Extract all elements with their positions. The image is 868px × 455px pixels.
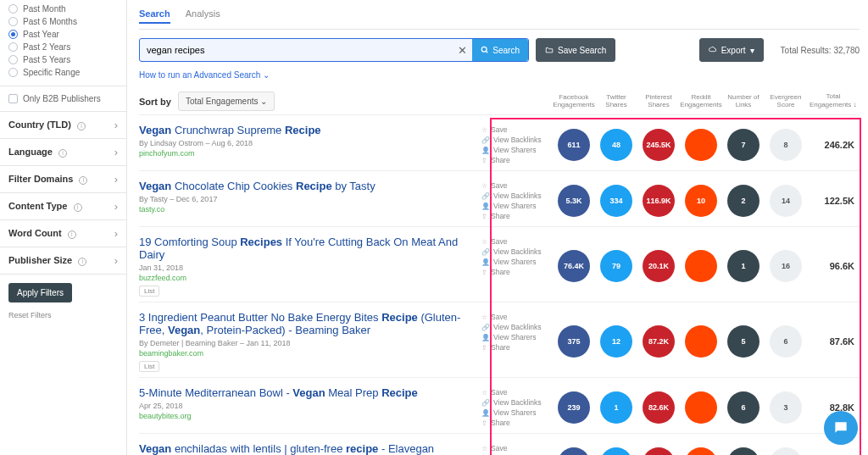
- advanced-search-link[interactable]: How to run an Advanced Search ⌄: [139, 70, 860, 86]
- result-domain[interactable]: buzzfeed.com: [139, 274, 475, 282]
- action-save[interactable]: ☆Save: [481, 236, 553, 247]
- col-reddit[interactable]: Reddit Engagements: [680, 94, 722, 109]
- backlinks-icon: 🔗: [481, 136, 490, 144]
- result-domain[interactable]: beautybites.org: [139, 412, 475, 420]
- chat-widget-button[interactable]: [824, 411, 858, 445]
- action-backlinks[interactable]: 🔗View Backlinks: [481, 397, 553, 408]
- facet-row[interactable]: Country (TLD) i›: [0, 112, 126, 139]
- action-backlinks[interactable]: 🔗View Backlinks: [481, 247, 553, 257]
- action-sharers[interactable]: 👤View Sharers: [481, 408, 553, 418]
- tab-search[interactable]: Search: [139, 5, 170, 24]
- result-actions: ☆Save🔗View Backlinks👤View Sharers⇪Share: [481, 311, 553, 372]
- date-range-option[interactable]: Past 2 Years: [8, 41, 118, 53]
- metric-evergreen: 3: [770, 391, 802, 424]
- metric-twitter: 48: [600, 129, 632, 161]
- action-save[interactable]: ☆Save: [481, 387, 553, 397]
- action-save[interactable]: ☆Save: [481, 125, 553, 135]
- export-button[interactable]: Export ▾: [699, 38, 764, 62]
- action-share[interactable]: ⇪Share: [481, 267, 553, 277]
- col-links[interactable]: Number of Links: [722, 94, 765, 109]
- facet-row[interactable]: Content Type i›: [0, 193, 126, 220]
- metric-total: 246.2K: [807, 140, 860, 150]
- result-title[interactable]: Vegan enchiladas with lentils | gluten-f…: [139, 442, 475, 455]
- date-range-option[interactable]: Past Month: [8, 3, 118, 15]
- date-range-option[interactable]: Past 6 Months: [8, 15, 118, 28]
- sort-select[interactable]: Total Engagements ⌄: [178, 92, 275, 111]
- action-share[interactable]: ⇪Share: [481, 155, 553, 165]
- radio-icon: [8, 42, 18, 52]
- action-sharers[interactable]: 👤View Sharers: [481, 145, 553, 155]
- metric-reddit: [685, 250, 717, 282]
- b2b-checkbox-row[interactable]: Only B2B Publishers: [0, 86, 126, 112]
- share-icon: ⇪: [481, 213, 487, 220]
- result-domain[interactable]: beamingbaker.com: [139, 349, 475, 358]
- save-icon: ☆: [481, 314, 487, 321]
- facet-row[interactable]: Publisher Size i›: [0, 247, 126, 275]
- action-share[interactable]: ⇪Share: [481, 418, 553, 428]
- reset-filters-link[interactable]: Reset Filters: [0, 311, 126, 319]
- result-title[interactable]: 5-Minute Mediterranean Bowl - Vegan Meal…: [139, 386, 475, 399]
- col-facebook[interactable]: Facebook Engagements: [553, 94, 595, 109]
- search-button[interactable]: Search: [472, 39, 528, 61]
- metric-facebook: 375: [558, 325, 590, 358]
- action-backlinks[interactable]: 🔗View Backlinks: [481, 322, 553, 332]
- metric-facebook: 239: [558, 391, 590, 424]
- apply-filters-button[interactable]: Apply Filters: [8, 283, 72, 302]
- chevron-right-icon: ›: [114, 173, 118, 186]
- metric-facebook: 611: [558, 129, 590, 161]
- tab-analysis[interactable]: Analysis: [186, 5, 220, 24]
- date-range-option[interactable]: Past Year: [8, 28, 118, 41]
- info-icon: i: [78, 258, 86, 266]
- facet-row[interactable]: Word Count i›: [0, 220, 126, 247]
- metric-total: 122.5K: [807, 196, 860, 206]
- share-icon: ⇪: [481, 419, 487, 427]
- clear-search-button[interactable]: ✕: [452, 39, 472, 61]
- action-sharers[interactable]: 👤View Sharers: [481, 201, 553, 211]
- radio-icon: [8, 55, 18, 64]
- action-save[interactable]: ☆Save: [481, 443, 553, 453]
- svg-line-1: [487, 51, 488, 53]
- result-domain[interactable]: pinchofyum.com: [139, 149, 475, 158]
- sharers-icon: 👤: [481, 203, 490, 210]
- action-backlinks[interactable]: 🔗View Backlinks: [481, 135, 553, 145]
- list-tag: List: [139, 361, 159, 372]
- action-share[interactable]: ⇪Share: [481, 342, 553, 352]
- result-title[interactable]: Vegan Crunchwrap Supreme Recipe: [139, 124, 475, 136]
- save-icon: ☆: [481, 238, 487, 246]
- date-range-option[interactable]: Past 5 Years: [8, 53, 118, 66]
- search-input-wrap: ✕ Search: [139, 38, 529, 62]
- metric-reddit: 10: [685, 185, 717, 217]
- result-domain[interactable]: tasty.co: [139, 205, 475, 214]
- facet-row[interactable]: Filter Domains i›: [0, 166, 126, 193]
- action-share[interactable]: ⇪Share: [481, 211, 553, 221]
- metric-facebook: 171: [558, 447, 590, 456]
- chevron-right-icon: ›: [114, 119, 118, 131]
- result-title[interactable]: 3 Ingredient Peanut Butter No Bake Energ…: [139, 311, 475, 336]
- action-sharers[interactable]: 👤View Sharers: [481, 332, 553, 342]
- metric-evergreen: 8: [770, 129, 802, 161]
- action-sharers[interactable]: 👤View Sharers: [481, 257, 553, 267]
- b2b-label: Only B2B Publishers: [23, 94, 101, 103]
- metric-total: 87.6K: [807, 336, 860, 347]
- action-save[interactable]: ☆Save: [481, 180, 553, 191]
- col-pinterest[interactable]: Pinterest Shares: [637, 94, 680, 109]
- metric-reddit: [685, 391, 717, 424]
- metric-links: 2: [727, 185, 760, 217]
- result-title[interactable]: Vegan Chocolate Chip Cookies Recipe by T…: [139, 180, 475, 192]
- search-input[interactable]: [140, 39, 452, 61]
- results-list: Vegan Crunchwrap Supreme RecipeBy Lindsa…: [139, 114, 860, 455]
- metric-reddit: [685, 129, 717, 161]
- facet-row[interactable]: Language i›: [0, 139, 126, 166]
- save-search-button[interactable]: Save Search: [536, 38, 615, 62]
- date-range-option[interactable]: Specific Range: [8, 66, 118, 79]
- info-icon: i: [58, 149, 67, 158]
- metric-twitter: 79: [600, 250, 632, 282]
- col-total[interactable]: Total Engagements ↓: [807, 93, 860, 109]
- folder-icon: [545, 46, 554, 54]
- action-backlinks[interactable]: 🔗View Backlinks: [481, 191, 553, 201]
- action-save[interactable]: ☆Save: [481, 312, 553, 322]
- col-evergreen[interactable]: Evergreen Score: [765, 94, 807, 109]
- col-twitter[interactable]: Twitter Shares: [595, 94, 637, 109]
- metric-links: 7: [727, 129, 760, 161]
- result-title[interactable]: 19 Comforting Soup Recipes If You're Cut…: [139, 236, 475, 261]
